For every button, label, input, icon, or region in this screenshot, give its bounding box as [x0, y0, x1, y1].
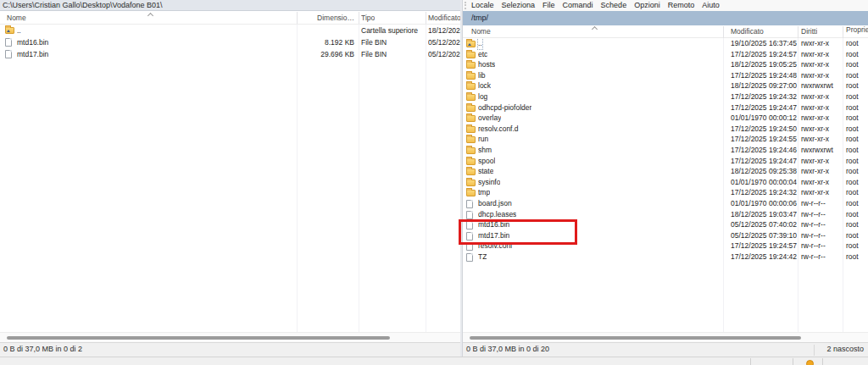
column-separator[interactable]: [723, 26, 724, 38]
file-rights: rwxr-xr-x: [801, 49, 842, 60]
file-rights: rwxr-xr-x: [801, 70, 842, 81]
file-modified: 05/12/2025 07:40:02: [731, 219, 798, 230]
file-owner: root: [846, 91, 868, 102]
file-type-icon: [466, 190, 476, 196]
remote-file-row[interactable]: lock 18/12/2025 09:27:00 rwxrwxrwt root: [463, 80, 868, 91]
menu-item[interactable]: Aiuto: [702, 0, 720, 11]
file-rights: rwxr-xr-x: [801, 91, 842, 102]
status-separator: [793, 358, 793, 365]
file-type-icon: [466, 169, 476, 175]
menu-item[interactable]: Locale: [471, 0, 494, 11]
remote-file-row[interactable]: lib 17/12/2025 19:24:48 rwxr-xr-x root: [463, 70, 868, 81]
column-separator[interactable]: [359, 12, 359, 24]
remote-file-row[interactable]: TZ 17/12/2025 19:24:42 rw-r--r-- root: [463, 252, 868, 263]
file-type-icon: [466, 211, 473, 219]
menu-grip-icon: [465, 2, 466, 9]
remote-file-row[interactable]: overlay 01/01/1970 00:00:12 rwxr-xr-x ro…: [463, 113, 868, 124]
file-name: spool: [478, 156, 495, 167]
hidden-files-count: 2 nascosto: [826, 343, 864, 356]
file-modified: 17/12/2025 19:24:46: [731, 145, 798, 156]
file-type-icon: [466, 115, 476, 122]
menu-item[interactable]: Comandi: [563, 0, 593, 11]
file-type-icon: [466, 147, 476, 154]
remote-file-row[interactable]: hosts 18/12/2025 19:05:25 rwxr-xr-x root: [463, 59, 868, 70]
remote-file-row[interactable]: etc 17/12/2025 19:24:57 rwxr-xr-x root: [463, 49, 868, 60]
file-name: board.json: [478, 198, 512, 209]
main-status-bar: [0, 357, 868, 365]
file-type-icon: [466, 62, 476, 69]
file-name: hosts: [478, 59, 495, 70]
local-file-row[interactable]: mtd17.bin 29.696 KB File BIN 05/12/2025: [0, 48, 460, 60]
column-separator[interactable]: [843, 26, 843, 38]
menu-item[interactable]: Opzioni: [634, 0, 660, 11]
local-column-modified[interactable]: Modificato: [428, 11, 460, 25]
file-name: odhcpd-piofolder: [478, 102, 531, 113]
remote-file-row[interactable]: odhcpd-piofolder 17/12/2025 19:24:47 rwx…: [463, 102, 868, 113]
file-modified: 17/12/2025 19:24:48: [731, 70, 798, 81]
remote-file-row[interactable]: run 17/12/2025 19:24:55 rwxr-xr-x root: [463, 134, 868, 145]
remote-status-bar: 0 B di 37,0 MB in 0 di 20 2 nascosto: [463, 342, 868, 357]
local-status-text: 0 B di 37,0 MB in 0 di 2: [3, 345, 82, 353]
local-file-row[interactable]: mtd16.bin 8.192 KB File BIN 05/12/2025: [0, 36, 460, 48]
file-name: log: [478, 91, 487, 102]
remote-file-row[interactable]: dhcp.leases 18/12/2025 19:03:47 rw-r--r-…: [463, 209, 868, 220]
file-name: overlay: [478, 113, 501, 124]
file-rights: rwxr-xr-x: [801, 38, 842, 49]
file-owner: root: [846, 70, 868, 81]
remote-file-row[interactable]: resolv.conf.d 17/12/2025 19:24:50 rwxr-x…: [463, 124, 868, 135]
remote-column-rights[interactable]: Diritti: [801, 25, 817, 38]
remote-file-row[interactable]: board.json 01/01/1970 00:00:06 rw-r--r--…: [463, 198, 868, 209]
local-column-name[interactable]: Nome: [7, 11, 26, 25]
remote-file-row[interactable]: log 17/12/2025 19:24:32 rwxr-xr-x root: [463, 91, 868, 102]
remote-file-row[interactable]: .. 19/10/2025 16:37:45 rwxr-xr-x root: [463, 38, 868, 49]
local-panel: C:\Users\Cristian Gallo\Desktop\Vodafone…: [0, 0, 460, 357]
remote-column-header: Nome Modificato Diritti Proprietario: [463, 25, 868, 38]
file-owner: root: [846, 219, 868, 230]
file-rights: rw-r--r--: [801, 230, 842, 241]
remote-file-row[interactable]: sysinfo 01/01/1970 00:00:04 rwxr-xr-x ro…: [463, 177, 868, 188]
file-owner: root: [846, 241, 868, 252]
file-owner: root: [846, 102, 868, 113]
file-name: sysinfo: [478, 177, 500, 188]
file-owner: root: [846, 134, 868, 145]
remote-file-row[interactable]: spool 17/12/2025 19:24:47 rwxr-xr-x root: [463, 156, 868, 167]
remote-column-owner[interactable]: Proprietario: [846, 25, 868, 34]
remote-column-modified[interactable]: Modificato: [731, 25, 764, 38]
file-modified: 18/12/2025 19:03:47: [731, 209, 798, 220]
remote-horizontal-scrollbar[interactable]: [463, 332, 868, 342]
file-rights: rwxr-xr-x: [801, 187, 842, 198]
file-type: File BIN: [361, 48, 426, 60]
local-status-bar: 0 B di 37,0 MB in 0 di 2: [0, 342, 460, 357]
file-name: dhcp.leases: [478, 209, 516, 220]
local-column-type[interactable]: Tipo: [361, 11, 375, 25]
file-type-icon: [466, 83, 476, 90]
menu-item[interactable]: Seleziona: [502, 0, 536, 11]
local-path-bar[interactable]: C:\Users\Cristian Gallo\Desktop\Vodafone…: [0, 0, 460, 11]
file-rights: rw-r--r--: [801, 241, 842, 252]
remote-file-row[interactable]: tmp 17/12/2025 19:24:32 rwxr-xr-x root: [463, 187, 868, 198]
file-owner: root: [846, 156, 868, 167]
file-type-icon: [466, 41, 476, 47]
local-file-row[interactable]: .. Cartella superiore 18/12/2025: [0, 25, 460, 36]
file-name: etc: [478, 49, 487, 60]
file-rights: rwxr-xr-x: [801, 134, 842, 145]
local-horizontal-scrollbar[interactable]: [0, 332, 460, 342]
remote-status-text: 0 B di 37,0 MB in 0 di 20: [466, 345, 549, 353]
column-separator[interactable]: [798, 26, 798, 38]
column-separator[interactable]: [297, 12, 298, 24]
menu-item[interactable]: Schede: [601, 0, 627, 11]
menu-item[interactable]: Remoto: [668, 0, 695, 11]
column-separator[interactable]: [426, 12, 426, 24]
remote-path-bar[interactable]: /tmp/: [463, 11, 868, 25]
scrollbar-thumb[interactable]: [7, 336, 390, 340]
file-name: lib: [478, 70, 486, 81]
menu-item[interactable]: File: [542, 0, 555, 11]
scrollbar-thumb[interactable]: [470, 336, 801, 340]
local-column-size[interactable]: Dimensio…: [298, 11, 354, 25]
remote-file-row[interactable]: state 18/12/2025 09:25:38 rwxr-xr-x root: [463, 166, 868, 177]
remote-column-name[interactable]: Nome: [471, 25, 491, 38]
file-owner: root: [846, 145, 868, 156]
remote-file-row[interactable]: shm 17/12/2025 19:24:46 rwxrwxrwt root: [463, 145, 868, 156]
file-owner: root: [846, 59, 868, 70]
file-rights: rw-r--r--: [801, 198, 842, 209]
